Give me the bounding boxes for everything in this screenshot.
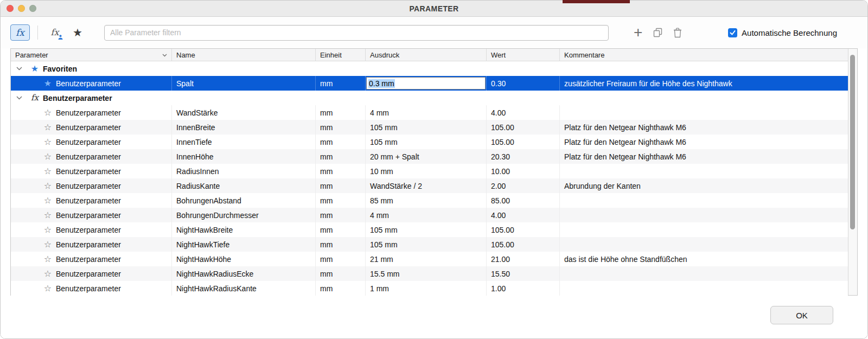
- favorite-star-icon[interactable]: ☆: [42, 123, 53, 132]
- copy-parameter-button[interactable]: [653, 28, 662, 37]
- favorite-star-icon[interactable]: ☆: [42, 196, 53, 205]
- table-row[interactable]: ☆BenutzerparameterInnenHöhemm20 mm + Spa…: [11, 149, 848, 164]
- column-header-wert[interactable]: Wert: [487, 49, 560, 61]
- table-row[interactable]: ☆BenutzerparameterNightHawkHöhemm21 mm21…: [11, 252, 848, 266]
- table-row[interactable]: ☆BenutzerparameterInnenTiefemm105 mm105.…: [11, 135, 848, 149]
- table-row[interactable]: ★BenutzerparameterSpaltmm0.3 mm0.30zusät…: [11, 76, 848, 91]
- cell-einheit: mm: [316, 237, 366, 252]
- column-header-einheit[interactable]: Einheit: [316, 49, 366, 61]
- scrollbar-thumb[interactable]: [850, 55, 855, 229]
- auto-compute-toggle[interactable]: Automatische Berechnung: [728, 28, 837, 37]
- column-header-label: Ausdruck: [370, 51, 399, 59]
- cell-kommentar: [560, 193, 848, 208]
- parameter-type-label: Benutzerparameter: [56, 196, 121, 205]
- cell-ausdruck[interactable]: WandStärke / 2: [366, 178, 487, 193]
- table-row[interactable]: ☆BenutzerparameterRadiusInnenmm10 mm10.0…: [11, 164, 848, 178]
- cell-name: RadiusInnen: [172, 164, 316, 178]
- window-controls: [7, 5, 36, 12]
- filter-input[interactable]: [104, 25, 609, 41]
- window-titlebar[interactable]: PARAMETER: [1, 1, 867, 17]
- auto-compute-label: Automatische Berechnung: [742, 28, 837, 37]
- cell-parameter: ☆Benutzerparameter: [11, 164, 172, 178]
- favorites-filter-button[interactable]: ★: [73, 27, 82, 38]
- favorite-star-icon[interactable]: ☆: [42, 270, 53, 278]
- table-row[interactable]: ☆BenutzerparameterNightHawkBreitemm105 m…: [11, 222, 848, 237]
- parameter-type-label: Benutzerparameter: [56, 255, 121, 264]
- cell-kommentar: Platz für den Netgear Nighthawk M6: [560, 120, 848, 135]
- cell-ausdruck[interactable]: 20 mm + Spalt: [366, 149, 487, 164]
- cell-wert: 21.00: [487, 252, 560, 266]
- cell-ausdruck[interactable]: 1 mm: [366, 281, 487, 296]
- cell-kommentar: Platz für den Netgear Nighthawk M6: [560, 135, 848, 149]
- cell-wert: 2.00: [487, 178, 560, 193]
- table-row[interactable]: ☆BenutzerparameterInnenBreitemm105 mm105…: [11, 120, 848, 135]
- table-row[interactable]: ☆BenutzerparameterNightHawkRadiusEckemm1…: [11, 266, 848, 281]
- table-body: ★Favoriten★BenutzerparameterSpaltmm0.3 m…: [11, 61, 848, 296]
- group-row[interactable]: fxBenutzerparameter: [11, 91, 848, 105]
- favorite-star-icon[interactable]: ☆: [42, 152, 53, 161]
- favorite-star-icon[interactable]: ☆: [42, 167, 53, 176]
- cell-ausdruck[interactable]: 105 mm: [366, 222, 487, 237]
- parameter-type-label: Benutzerparameter: [56, 123, 121, 132]
- cell-ausdruck[interactable]: 105 mm: [366, 120, 487, 135]
- collapse-chevron-icon[interactable]: [16, 67, 22, 71]
- favorite-star-icon[interactable]: ☆: [42, 240, 53, 249]
- column-header-parameter[interactable]: Parameter: [11, 49, 172, 61]
- delete-parameter-button[interactable]: [673, 28, 682, 38]
- fx-user-parameter-button[interactable]: fx: [47, 24, 63, 41]
- cell-ausdruck[interactable]: 85 mm: [366, 193, 487, 208]
- cell-parameter: ☆Benutzerparameter: [11, 120, 172, 135]
- cell-parameter: ☆Benutzerparameter: [11, 193, 172, 208]
- column-header-name[interactable]: Name: [172, 49, 316, 61]
- minimize-button[interactable]: [18, 5, 25, 12]
- column-header-kommentare[interactable]: Kommentare: [560, 49, 848, 61]
- table-header: Parameter Name Einheit Ausdruck Wert Kom…: [11, 49, 848, 61]
- ok-button[interactable]: OK: [770, 306, 833, 324]
- collapse-chevron-icon[interactable]: [16, 96, 22, 100]
- favorite-star-icon[interactable]: ★: [42, 79, 53, 88]
- cell-ausdruck[interactable]: 15.5 mm: [366, 266, 487, 281]
- favorite-star-icon[interactable]: ☆: [42, 108, 53, 117]
- group-row[interactable]: ★Favoriten: [11, 61, 848, 76]
- zoom-button[interactable]: [29, 5, 36, 12]
- add-parameter-button[interactable]: +: [634, 25, 642, 39]
- cell-ausdruck[interactable]: 10 mm: [366, 164, 487, 178]
- cell-ausdruck[interactable]: 4 mm: [366, 105, 487, 120]
- table-row[interactable]: ☆BenutzerparameterNightHawkRadiusKantemm…: [11, 281, 848, 296]
- cell-wert: 4.00: [487, 208, 560, 222]
- close-button[interactable]: [7, 5, 14, 12]
- auto-compute-checkbox[interactable]: [728, 28, 737, 37]
- table-row[interactable]: ☆BenutzerparameterWandStärkemm4 mm4.00: [11, 105, 848, 120]
- star-icon: ★: [73, 27, 82, 38]
- cell-wert: 20.30: [487, 149, 560, 164]
- cell-name: NightHawkHöhe: [172, 252, 316, 266]
- cell-name: InnenTiefe: [172, 135, 316, 149]
- cell-parameter: ☆Benutzerparameter: [11, 178, 172, 193]
- table-row[interactable]: ☆BenutzerparameterBohrungenAbstandmm85 m…: [11, 193, 848, 208]
- cell-ausdruck[interactable]: 21 mm: [366, 252, 487, 266]
- favorite-star-icon[interactable]: ☆: [42, 284, 53, 293]
- table-row[interactable]: ☆BenutzerparameterRadiusKantemmWandStärk…: [11, 178, 848, 193]
- parameter-type-label: Benutzerparameter: [56, 152, 121, 161]
- favorite-star-icon[interactable]: ☆: [42, 211, 53, 220]
- favorite-star-icon[interactable]: ☆: [42, 182, 53, 190]
- table-row[interactable]: ☆BenutzerparameterNightHawkTiefemm105 mm…: [11, 237, 848, 252]
- favorite-star-icon[interactable]: ☆: [42, 138, 53, 146]
- fx-icon: fx: [16, 28, 24, 37]
- cell-ausdruck[interactable]: 105 mm: [366, 135, 487, 149]
- cell-parameter: ☆Benutzerparameter: [11, 237, 172, 252]
- favorite-star-icon[interactable]: ☆: [42, 255, 53, 264]
- cell-ausdruck[interactable]: 105 mm: [366, 237, 487, 252]
- cell-name: InnenHöhe: [172, 149, 316, 164]
- cell-ausdruck[interactable]: 0.3 mm: [366, 76, 487, 91]
- column-header-ausdruck[interactable]: Ausdruck: [366, 49, 487, 61]
- expression-input[interactable]: 0.3 mm: [366, 77, 486, 89]
- scrollbar-track[interactable]: [848, 49, 857, 295]
- cell-wert: 85.00: [487, 193, 560, 208]
- cell-ausdruck[interactable]: 4 mm: [366, 208, 487, 222]
- favorite-star-icon[interactable]: ☆: [42, 226, 53, 234]
- fx-parameters-toggle-button[interactable]: fx: [10, 24, 30, 41]
- table-row[interactable]: ☆BenutzerparameterBohrungenDurchmessermm…: [11, 208, 848, 222]
- parameter-type-label: Benutzerparameter: [56, 270, 121, 278]
- parameter-type-label: Benutzerparameter: [56, 138, 121, 146]
